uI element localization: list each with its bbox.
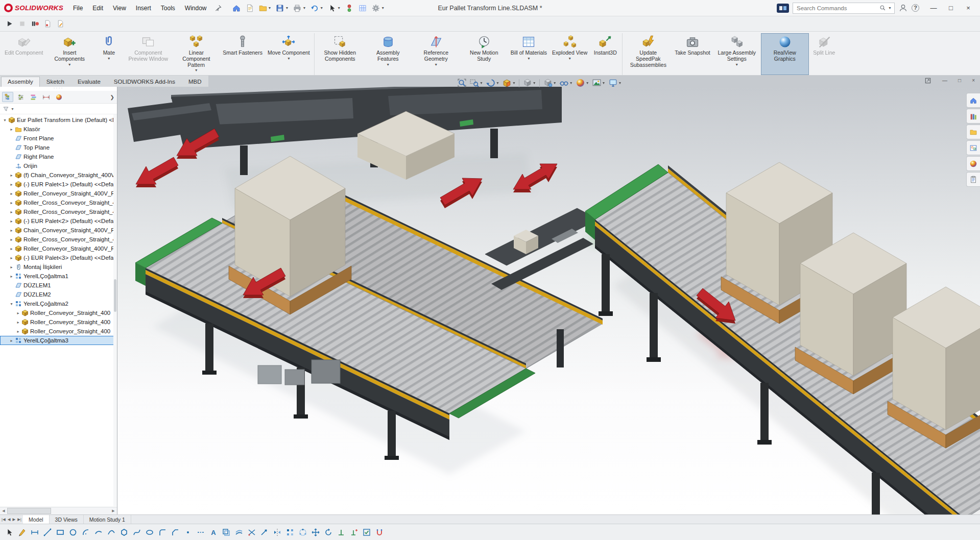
tree-item[interactable]: Roller_Conveyor_Straight_400 [0,308,117,317]
3dexperience-icon[interactable] [777,4,789,13]
select-icon[interactable] [3,526,15,538]
corner-rectangle-icon[interactable] [54,526,66,538]
tab-mbd[interactable]: MBD [182,77,208,87]
file-explorer-tab[interactable] [966,125,980,139]
viewport-minimize-icon[interactable]: — [935,77,947,84]
last-tab-button[interactable]: ▶| [17,517,21,522]
spline-icon[interactable] [131,526,142,538]
selection-filter-icon[interactable]: ▼ [343,3,355,14]
user-account-icon[interactable] [898,3,908,13]
search-icon[interactable] [879,5,886,11]
fully-define-sketch-icon[interactable] [361,526,372,538]
macro-record-icon[interactable] [31,19,39,28]
take-snapshot-button[interactable]: Take Snapshot ▼ [672,33,712,75]
tree-expander-icon[interactable] [9,219,14,224]
appearances-scenes-tab[interactable] [966,156,980,171]
edit-appearance-icon[interactable]: ▼ [575,77,590,89]
macro-edit-icon[interactable] [56,19,65,28]
line-icon[interactable] [41,526,53,538]
options-icon[interactable]: ▼ [370,3,386,14]
show-hidden-components-button[interactable]: Show Hidden Components ▼ [316,33,364,75]
sketch-fillet-icon[interactable] [156,526,168,538]
help-icon[interactable]: ? [912,4,919,12]
scroll-left-icon[interactable]: ◀ [0,509,7,513]
panel-grip[interactable]: ···· [0,87,117,91]
viewport-restore-icon[interactable]: □ [951,77,961,84]
add-relation-icon[interactable] [348,526,360,538]
menu-item[interactable]: Tools [156,3,180,14]
open-icon[interactable]: ▼ [257,3,273,14]
macro-run-icon[interactable] [5,19,14,28]
search-commands-input[interactable] [796,5,877,12]
tree-vertical-scrollbar[interactable] [113,114,117,506]
select-cursor-icon[interactable]: ▼ [326,3,342,14]
three-point-arc-icon[interactable] [105,526,117,538]
centerpoint-arc-icon[interactable] [80,526,91,538]
new-document-icon[interactable]: ▼ [244,3,256,14]
dimxpertmanager-tab[interactable] [40,92,52,102]
convert-entities-icon[interactable] [220,526,232,538]
centerline-icon[interactable] [195,526,206,538]
bill-of-materials-button[interactable]: Bill of Materials ▼ [508,33,549,75]
instant3d-button[interactable]: Instant3D ▼ [590,33,623,75]
tree-item[interactable]: Roller_Conveyor_Straight_400V_FI [0,189,117,198]
tree-item[interactable]: Chain_Conveyor_Straight_400V_FI [0,226,117,235]
tree-item[interactable]: (-) EUR Palet<1> (Default) <<Defa [0,180,117,189]
viewport-fullscreen-icon[interactable] [924,77,931,84]
mirror-entities-icon[interactable] [271,526,283,538]
move-component-button[interactable]: Move Component ▼ [265,33,315,75]
motion-study-1-tab[interactable]: Motion Study 1 [84,515,131,524]
tree-item[interactable]: (f) Chain_Conveyor_Straight_400V [0,170,117,180]
configurationmanager-tab[interactable] [28,92,39,102]
tree-item[interactable]: Top Plane [0,143,117,152]
tangent-arc-icon[interactable] [92,526,104,538]
undo-icon[interactable]: ▼ [308,3,325,14]
tree-expander-icon[interactable] [9,302,14,306]
tree-item[interactable]: Roller_Conveyor_Straight_400 [0,317,117,327]
view-settings-icon[interactable]: ▼ [607,77,623,89]
edit-component-button[interactable]: Edit Component ▼ [2,33,45,75]
tree-item[interactable]: Roller_Conveyor_Straight_400V_FI [0,244,117,253]
menu-item[interactable]: Window [180,3,211,14]
macro-stop-icon[interactable] [18,19,27,28]
section-view-icon[interactable]: ▼ [501,77,517,89]
filter-funnel-icon[interactable] [3,106,9,112]
next-tab-button[interactable]: ▶ [13,517,16,522]
tree-expander-icon[interactable] [15,329,21,334]
quick-snaps-icon[interactable] [373,526,385,538]
large-assembly-settings-button[interactable]: Large Assembly Settings ▼ [713,33,761,75]
insert-components-button[interactable]: Insert Components ▼ [45,33,93,75]
panel-expand-chevron-icon[interactable]: ❯ [110,94,114,100]
ellipse-icon[interactable] [144,526,155,538]
circular-sketch-pattern-icon[interactable] [297,526,308,538]
assembly-features-button[interactable]: Assembly Features ▼ [364,33,412,75]
tab-assembly[interactable]: Assembly [1,77,40,87]
minimize-button[interactable]: — [925,2,942,15]
tree-item[interactable]: DÜZLEM1 [0,281,117,290]
toolbox-grid-icon[interactable]: ▼ [356,3,369,14]
sketch-chamfer-icon[interactable] [169,526,181,538]
save-icon[interactable]: ▼ [274,3,290,14]
view-palette-tab[interactable] [966,140,980,155]
tree-item[interactable]: Montaj İlişkileri [0,262,117,272]
home-icon[interactable]: ▼ [230,3,243,14]
scrollbar-thumb[interactable] [7,508,51,514]
reference-geometry-button[interactable]: Reference Geometry ▼ [412,33,460,75]
smart-fasteners-button[interactable]: Smart Fasteners ▼ [220,33,265,75]
tree-item[interactable]: Right Plane [0,152,117,161]
viewport-3d-scene[interactable] [117,87,980,514]
tree-expander-icon[interactable] [9,127,14,132]
tree-item[interactable]: YerelLÇoğaltma1 [0,272,117,281]
rotate-entities-icon[interactable] [322,526,334,538]
menu-item[interactable]: Edit [88,3,108,14]
menu-item[interactable]: File [68,3,87,14]
point-icon[interactable] [182,526,194,538]
trim-entities-icon[interactable] [246,526,257,538]
pin-icon[interactable] [214,4,222,12]
realview-graphics-button[interactable]: RealView Graphics ▼ [761,33,809,75]
prev-tab-button[interactable]: ◀ [8,517,11,522]
tree-expander-icon[interactable] [9,191,14,196]
tree-expander-icon[interactable] [9,237,14,242]
3d-views-tab[interactable]: 3D Views [50,515,84,524]
zoom-area-icon[interactable]: ▼ [468,77,484,89]
